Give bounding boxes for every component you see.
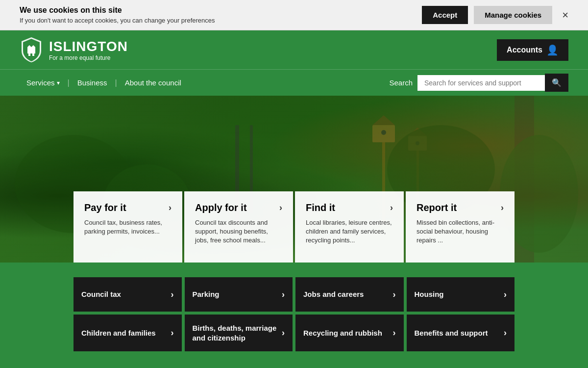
hero-card-desc-2: Local libraries, leisure centres, childr… bbox=[306, 218, 393, 245]
hero-card-title-1: Apply for it › bbox=[195, 202, 282, 213]
hero-card-title-3: Report it › bbox=[416, 202, 504, 213]
manage-cookies-button[interactable]: Manage cookies bbox=[474, 6, 552, 24]
service-btn-row2-2[interactable]: Recycling and rubbish› bbox=[295, 315, 404, 351]
hero-card-3[interactable]: Report it › Missed bin collections, anti… bbox=[406, 191, 514, 263]
service-btn-row1-2[interactable]: Jobs and careers› bbox=[295, 277, 404, 312]
cookie-actions: Accept Manage cookies × bbox=[422, 6, 568, 24]
service-btn-row1-0[interactable]: Council tax› bbox=[74, 277, 182, 312]
service-arrow-icon: › bbox=[171, 328, 174, 338]
nav-item-business[interactable]: Business bbox=[71, 76, 114, 90]
cookie-text: We use cookies on this site If you don't… bbox=[20, 6, 412, 24]
islington-logo-icon bbox=[20, 36, 43, 63]
service-arrow-icon: › bbox=[393, 328, 396, 338]
hero-card-2[interactable]: Find it › Local libraries, leisure centr… bbox=[295, 191, 404, 263]
service-arrow-icon: › bbox=[171, 289, 174, 300]
hero-card-desc-1: Council tax discounts and support, housi… bbox=[195, 218, 282, 245]
accounts-label: Accounts bbox=[507, 46, 542, 54]
accept-cookies-button[interactable]: Accept bbox=[422, 6, 468, 24]
services-section: Council tax›Parking›Jobs and careers›Hou… bbox=[0, 263, 588, 364]
hero-card-title-0: Pay for it › bbox=[84, 202, 172, 213]
hero-card-title-2: Find it › bbox=[306, 202, 393, 213]
search-area: Search 🔍 bbox=[389, 74, 568, 92]
cookie-banner: We use cookies on this site If you don't… bbox=[0, 0, 588, 30]
service-btn-row2-0[interactable]: Children and families› bbox=[74, 315, 182, 351]
nav-links: Services ▾ | Business | About the counci… bbox=[20, 76, 188, 90]
account-icon: 👤 bbox=[546, 44, 559, 56]
hero-card-0[interactable]: Pay for it › Council tax, business rates… bbox=[74, 191, 182, 263]
service-arrow-icon: › bbox=[282, 289, 285, 300]
search-label: Search bbox=[389, 79, 413, 87]
hero-card-arrow-3: › bbox=[501, 203, 504, 213]
service-arrow-icon: › bbox=[504, 289, 507, 300]
service-btn-row1-1[interactable]: Parking› bbox=[185, 277, 293, 312]
hero-card-arrow-1: › bbox=[279, 203, 282, 213]
service-arrow-icon: › bbox=[504, 328, 507, 338]
logo-name: ISLINGTON bbox=[49, 39, 128, 54]
hero-card-arrow-2: › bbox=[390, 203, 393, 213]
nav-separator-1: | bbox=[67, 79, 71, 87]
svg-marker-4 bbox=[372, 115, 395, 125]
cookie-description: If you don't want to accept cookies, you… bbox=[20, 17, 412, 24]
nav-separator-2: | bbox=[114, 79, 118, 87]
site-nav: Services ▾ | Business | About the counci… bbox=[0, 69, 588, 96]
hero-cards: Pay for it › Council tax, business rates… bbox=[74, 191, 514, 263]
services-grid-row1: Council tax›Parking›Jobs and careers›Hou… bbox=[74, 277, 514, 312]
chevron-down-icon: ▾ bbox=[57, 79, 60, 86]
service-arrow-icon: › bbox=[393, 289, 396, 300]
service-btn-row2-1[interactable]: Births, deaths, marriage and citizenship… bbox=[185, 315, 293, 351]
site-header: ISLINGTON For a more equal future Accoun… bbox=[0, 30, 588, 69]
logo-tagline: For a more equal future bbox=[49, 54, 128, 61]
service-arrow-icon: › bbox=[282, 328, 285, 338]
search-button[interactable]: 🔍 bbox=[545, 74, 568, 92]
services-grid-row2: Children and families›Births, deaths, ma… bbox=[74, 315, 514, 351]
search-input[interactable] bbox=[417, 75, 545, 91]
svg-point-5 bbox=[381, 130, 386, 135]
hero-card-arrow-0: › bbox=[169, 203, 172, 213]
show-more-container: Show more council services ⌄ bbox=[0, 364, 588, 368]
service-btn-row1-3[interactable]: Housing› bbox=[407, 277, 515, 312]
cookie-title: We use cookies on this site bbox=[20, 6, 412, 15]
logo-area[interactable]: ISLINGTON For a more equal future bbox=[20, 36, 128, 63]
search-icon: 🔍 bbox=[552, 79, 562, 87]
accounts-button[interactable]: Accounts 👤 bbox=[497, 39, 568, 61]
close-cookie-banner-button[interactable]: × bbox=[562, 9, 568, 22]
hero-card-desc-0: Council tax, business rates, parking per… bbox=[84, 218, 172, 236]
hero-card-1[interactable]: Apply for it › Council tax discounts and… bbox=[184, 191, 293, 263]
logo-text: ISLINGTON For a more equal future bbox=[49, 39, 128, 61]
hero-section: Pay for it › Council tax, business rates… bbox=[0, 96, 588, 263]
service-btn-row2-3[interactable]: Benefits and support› bbox=[407, 315, 515, 351]
nav-item-about[interactable]: About the council bbox=[118, 76, 188, 90]
hero-card-desc-3: Missed bin collections, anti-social beha… bbox=[416, 218, 504, 245]
nav-item-services[interactable]: Services ▾ bbox=[20, 76, 67, 90]
header-right: Accounts 👤 bbox=[497, 39, 568, 61]
